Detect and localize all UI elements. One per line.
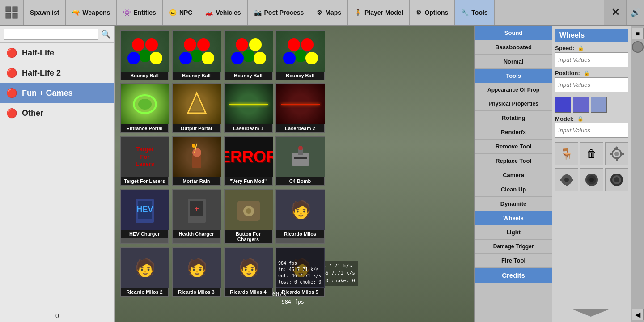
tab-spawnlist[interactable]: Spawnlist: [24, 0, 66, 25]
list-item[interactable]: Bouncy Ball: [172, 30, 221, 80]
item-label: Bouncy Ball: [225, 72, 272, 80]
tab-entities[interactable]: 👾 Entities: [117, 0, 163, 25]
tab-tools[interactable]: 🔧 Tools: [455, 0, 494, 25]
tool-cleanup[interactable]: Clean Up: [475, 182, 552, 197]
tool-rotating[interactable]: Rotating: [475, 111, 552, 125]
list-item[interactable]: + Health Charger: [172, 189, 221, 244]
swatch-1[interactable]: [555, 97, 571, 113]
model-barrel-icon[interactable]: 🗑: [580, 142, 603, 165]
options-label: Options: [424, 9, 448, 16]
tool-firetool[interactable]: Fire Tool: [475, 254, 552, 268]
list-item[interactable]: C4 Bomb: [275, 136, 325, 186]
svg-point-17: [231, 52, 244, 64]
speed-input[interactable]: [555, 52, 628, 67]
list-item[interactable]: Button For Chargers: [224, 189, 273, 244]
tab-weapons[interactable]: 🔫 Weapons: [66, 0, 117, 25]
tab-postprocess[interactable]: 📷 Post Process: [248, 0, 311, 25]
list-item[interactable]: Output Portal: [172, 83, 221, 133]
position-label: Position: 🔒: [555, 70, 628, 76]
tab-npc[interactable]: 😐 NPC: [163, 0, 199, 25]
weapons-label: Weapons: [82, 9, 110, 16]
item-label: Mortar Rain: [173, 177, 220, 185]
model-icons-row1: 🪑 🗑: [555, 142, 628, 165]
tool-renderfx[interactable]: Renderfx: [475, 125, 552, 140]
options-icon: ⚙: [416, 9, 422, 16]
model-gear2-icon[interactable]: [555, 168, 578, 191]
list-item[interactable]: 🧑 Ricardo Milos: [275, 189, 325, 244]
postprocess-icon: 📷: [254, 9, 262, 16]
tool-dynamite[interactable]: Dynamite: [475, 197, 552, 211]
svg-point-16: [242, 50, 255, 62]
items-grid: Bouncy Ball Bouncy Ball: [115, 26, 474, 301]
list-item[interactable]: TargetForLasers Target For Lasers: [120, 136, 169, 186]
list-item[interactable]: Bouncy Ball: [275, 30, 325, 80]
list-item[interactable]: Bouncy Ball: [224, 30, 273, 80]
item-label: Ricardo Milos 4: [225, 288, 272, 296]
halflife2-label: Half-Life 2: [22, 68, 61, 78]
list-item[interactable]: Laserbeam 2: [275, 83, 325, 133]
tab-maps[interactable]: ⚙ Maps: [310, 0, 348, 25]
search-icon[interactable]: 🔍: [101, 30, 111, 39]
sidebar-item-fungames[interactable]: 🔴 Fun + Games: [0, 83, 114, 103]
item-label: C4 Bomb: [276, 177, 324, 185]
list-item[interactable]: 🧑 Ricardo Milos 2: [120, 247, 169, 297]
svg-text:HEV: HEV: [136, 205, 153, 214]
model-input[interactable]: [555, 123, 628, 138]
tab-options[interactable]: ⚙ Options: [410, 0, 455, 25]
sidebar-item-halflife[interactable]: 🔴 Half-Life: [0, 43, 114, 63]
scroll-up-btn[interactable]: ■: [632, 28, 644, 39]
search-input[interactable]: [4, 29, 98, 40]
model-wheel-icon[interactable]: [580, 168, 603, 191]
swatch-3[interactable]: [591, 97, 607, 113]
model-gear-icon[interactable]: [605, 142, 628, 165]
list-item[interactable]: HEV HEV Charger: [120, 189, 169, 244]
svg-point-18: [254, 52, 266, 64]
model-tire-icon[interactable]: [605, 168, 628, 191]
list-item[interactable]: 🧑 Ricardo Milos 4: [224, 247, 273, 297]
tool-wheels[interactable]: Wheels: [475, 211, 552, 225]
svg-rect-50: [620, 153, 624, 155]
list-item[interactable]: 🧑 Ricardo Milos 3: [172, 247, 221, 297]
tool-camera[interactable]: Camera: [475, 168, 552, 182]
tool-replacetool[interactable]: Replace Tool: [475, 154, 552, 168]
tool-bassboosted[interactable]: Bassboosted: [475, 40, 552, 55]
tool-appearance[interactable]: Appearance Of Prop: [475, 83, 552, 97]
wheels-header: Wheels: [555, 29, 628, 42]
tab-vehicles[interactable]: 🚗 Vehicles: [199, 0, 247, 25]
tool-normal[interactable]: Normal: [475, 55, 552, 69]
svg-marker-64: [573, 309, 609, 317]
swatch-2[interactable]: [573, 97, 589, 113]
vehicles-label: Vehicles: [216, 9, 241, 16]
tool-physprops[interactable]: Physical Properties: [475, 97, 552, 111]
playermodel-icon: 🧍: [354, 9, 362, 16]
tool-credits[interactable]: Credits: [475, 268, 552, 283]
tool-light[interactable]: Light: [475, 225, 552, 240]
svg-point-63: [614, 177, 619, 182]
svg-point-10: [197, 38, 210, 51]
svg-point-29: [192, 148, 201, 157]
list-item[interactable]: Laserbeam 1: [224, 83, 273, 133]
tool-damagetrigger[interactable]: Damage Trigger: [475, 240, 552, 254]
speaker-button[interactable]: 🔊: [626, 0, 644, 25]
scroll-right-btn[interactable]: ◀: [632, 309, 644, 320]
tool-sound[interactable]: Sound: [475, 26, 552, 40]
model-label: Model: 🔒: [555, 115, 628, 122]
svg-point-6: [139, 50, 151, 62]
model-chair-icon[interactable]: 🪑: [555, 142, 578, 165]
list-item[interactable]: ERROR "Very Fun Mod": [224, 136, 273, 186]
list-item[interactable]: Bouncy Ball: [120, 30, 169, 80]
svg-point-9: [184, 38, 196, 51]
tool-tools[interactable]: Tools: [475, 69, 552, 83]
tool-removetool[interactable]: Remove Tool: [475, 140, 552, 154]
svg-point-20: [301, 38, 314, 51]
grid-icon: [0, 0, 24, 25]
close-button[interactable]: ✕: [604, 0, 626, 25]
list-item[interactable]: 🧑 984 fpsin: 46 7.71 k/sout: 46 7.71 k/s…: [275, 247, 325, 297]
position-input[interactable]: [555, 77, 628, 92]
tab-playermodel[interactable]: 🧍 Player Model: [348, 0, 410, 25]
sidebar-item-other[interactable]: 🔴 Other: [0, 103, 114, 123]
sidebar-item-halflife2[interactable]: 🔴 Half-Life 2: [0, 63, 114, 83]
list-item[interactable]: Mortar Rain: [172, 136, 221, 186]
scroll-thumb[interactable]: [632, 41, 644, 53]
list-item[interactable]: Entrance Portal: [120, 83, 169, 133]
